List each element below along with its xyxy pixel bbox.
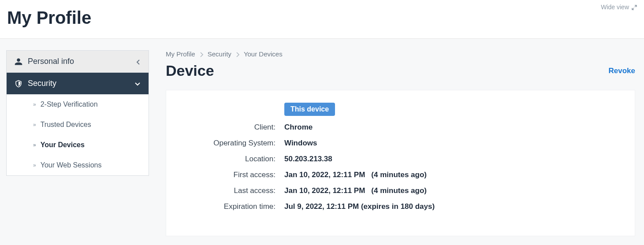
label-last-access: Last access: xyxy=(177,186,284,195)
sidebar: Personal info Security » 2-Step Verifica… xyxy=(6,50,149,176)
wide-view-toggle[interactable]: Wide view xyxy=(601,4,637,11)
device-card: This device Client: Chrome Operating Sys… xyxy=(166,90,635,236)
sidebar-item-security[interactable]: Security xyxy=(7,73,149,94)
last-access-rel: (4 minutes ago) xyxy=(371,186,427,195)
this-device-badge: This device xyxy=(284,103,335,116)
value-location: 50.203.213.38 xyxy=(284,155,332,163)
value-first-access: Jan 10, 2022, 12:11 PM (4 minutes ago) xyxy=(284,171,427,179)
value-client: Chrome xyxy=(284,123,313,132)
sidebar-label-personal: Personal info xyxy=(28,57,74,66)
breadcrumb-my-profile[interactable]: My Profile xyxy=(166,50,195,58)
row-last-access: Last access: Jan 10, 2022, 12:11 PM (4 m… xyxy=(177,186,624,195)
subitem-label: 2-Step Verification xyxy=(41,100,98,108)
double-chevron-icon: » xyxy=(33,142,36,148)
sidebar-subitem-web-sessions[interactable]: » Your Web Sessions xyxy=(7,155,149,175)
content: My Profile Security Your Devices Device … xyxy=(166,50,635,236)
content-title: Device xyxy=(166,62,214,79)
value-expiration: Jul 9, 2022, 12:11 PM (expires in 180 da… xyxy=(284,202,435,211)
first-access-ts: Jan 10, 2022, 12:11 PM xyxy=(284,171,365,179)
subitem-label: Your Devices xyxy=(41,141,85,149)
sidebar-subitem-your-devices[interactable]: » Your Devices xyxy=(7,135,149,155)
badge-row: This device xyxy=(177,103,624,116)
expand-icon xyxy=(632,4,637,11)
content-header: Device Revoke xyxy=(166,62,635,79)
last-access-ts: Jan 10, 2022, 12:11 PM xyxy=(284,186,365,195)
label-first-access: First access: xyxy=(177,171,284,179)
badge-cell: This device xyxy=(284,103,335,116)
label-client: Client: xyxy=(177,123,284,132)
shield-icon xyxy=(15,79,22,88)
breadcrumb: My Profile Security Your Devices xyxy=(166,50,635,58)
sidebar-item-personal-info[interactable]: Personal info xyxy=(7,51,149,73)
security-sublist: » 2-Step Verification » Trusted Devices … xyxy=(7,94,149,175)
row-client: Client: Chrome xyxy=(177,123,624,132)
label-os: Operating System: xyxy=(177,139,284,148)
first-access-rel: (4 minutes ago) xyxy=(371,171,427,179)
breadcrumb-security[interactable]: Security xyxy=(208,50,231,58)
label-expiration: Expiration time: xyxy=(177,202,284,211)
row-expiration: Expiration time: Jul 9, 2022, 12:11 PM (… xyxy=(177,202,624,211)
sidebar-label-security: Security xyxy=(28,79,56,88)
breadcrumb-your-devices[interactable]: Your Devices xyxy=(244,50,283,58)
double-chevron-icon: » xyxy=(33,162,36,168)
row-first-access: First access: Jan 10, 2022, 12:11 PM (4 … xyxy=(177,171,624,179)
label-location: Location: xyxy=(177,155,284,163)
sidebar-subitem-trusted-devices[interactable]: » Trusted Devices xyxy=(7,115,149,135)
value-last-access: Jan 10, 2022, 12:11 PM (4 minutes ago) xyxy=(284,186,427,195)
page-title: My Profile xyxy=(7,8,91,28)
main-area: Personal info Security » 2-Step Verifica… xyxy=(0,39,644,245)
wide-view-label: Wide view xyxy=(601,4,629,11)
double-chevron-icon: » xyxy=(33,122,36,128)
page-header: My Profile Wide view xyxy=(0,0,644,39)
row-location: Location: 50.203.213.38 xyxy=(177,155,624,163)
subitem-label: Your Web Sessions xyxy=(41,161,102,169)
chevron-down-icon xyxy=(134,80,141,87)
chevron-right-icon xyxy=(236,50,239,58)
chevron-right-icon xyxy=(200,50,203,58)
double-chevron-icon: » xyxy=(33,101,36,108)
revoke-button[interactable]: Revoke xyxy=(609,67,635,75)
sidebar-subitem-2step[interactable]: » 2-Step Verification xyxy=(7,94,149,115)
chevron-left-icon xyxy=(136,58,141,65)
subitem-label: Trusted Devices xyxy=(41,121,91,129)
value-os: Windows xyxy=(284,139,317,148)
row-os: Operating System: Windows xyxy=(177,139,624,148)
user-icon xyxy=(15,57,22,66)
